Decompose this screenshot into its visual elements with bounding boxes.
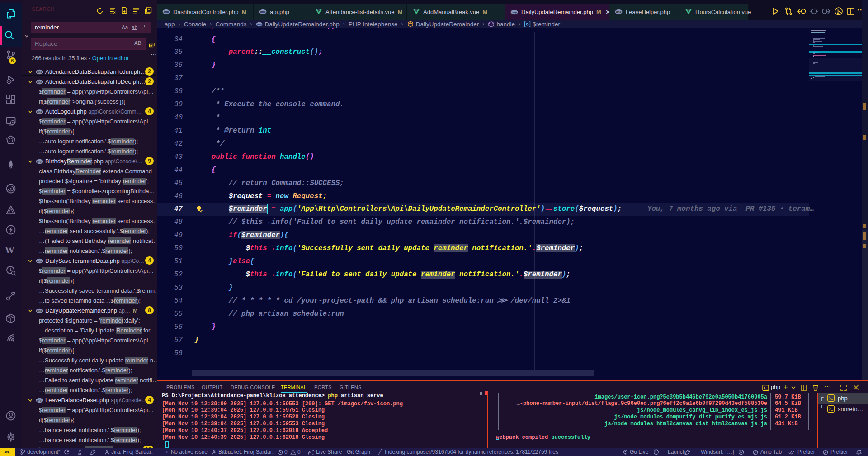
svg-text:php: php <box>37 259 42 262</box>
svg-text:php: php <box>37 399 42 402</box>
svg-text:php: php <box>37 160 42 163</box>
svg-text:php: php <box>37 70 42 73</box>
svg-text:php: php <box>37 309 42 312</box>
svg-text:php: php <box>256 23 262 25</box>
svg-text:php: php <box>37 80 42 83</box>
svg-text:php: php <box>37 110 42 113</box>
svg-text:php: php <box>260 10 266 13</box>
svg-text:php: php <box>616 10 622 13</box>
svg-text:php: php <box>511 10 517 14</box>
svg-text:php: php <box>163 10 169 13</box>
